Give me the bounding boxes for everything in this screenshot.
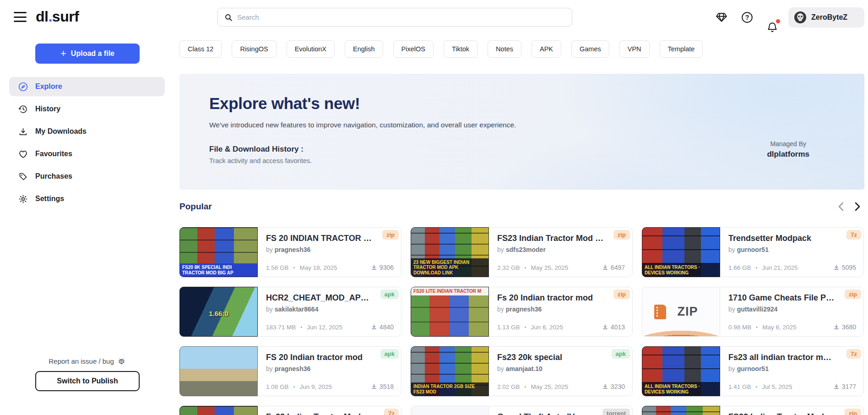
tag-chip-apk[interactable]: APK bbox=[532, 40, 561, 58]
tag-chip-tiktok[interactable]: Tiktok bbox=[444, 40, 477, 58]
popular-header: Popular bbox=[179, 202, 864, 212]
file-card[interactable]: 1.66:0 HCR2_CHEAT_MOD_APK_1.66.... by sa… bbox=[179, 287, 401, 337]
file-title: HCR2_CHEAT_MOD_APK_1.66.... bbox=[266, 293, 394, 303]
sidebar-item-explore[interactable]: Explore bbox=[9, 77, 165, 96]
file-card[interactable]: Indian Tractor 2GB Size FS23 MOD Fs23 20… bbox=[411, 346, 633, 396]
tag-chip-vpn[interactable]: VPN bbox=[619, 40, 650, 58]
file-card[interactable]: FS23 Indian Tractor Mod Downl... zip bbox=[642, 406, 864, 415]
search-input[interactable] bbox=[237, 13, 565, 21]
managed-by-name: dlplatforms bbox=[767, 150, 809, 159]
file-author: sakilaktar8664 bbox=[275, 306, 319, 313]
file-title: FS23 Indian Tractor Mod Downl... bbox=[497, 234, 625, 243]
hero-title: Explore what's new! bbox=[209, 94, 360, 113]
popular-title: Popular bbox=[179, 202, 212, 212]
file-title: FS 20 INDIAN TRACTOR MOD ... bbox=[266, 234, 394, 243]
file-card[interactable]: FS 20 Indian tractor mod by pragnesh36 1… bbox=[179, 346, 401, 396]
download-count-icon bbox=[833, 264, 840, 271]
notification-dot bbox=[776, 19, 780, 23]
hamburger-menu-icon[interactable] bbox=[14, 11, 27, 23]
switch-to-publish-button[interactable]: Switch to Publish bbox=[35, 371, 140, 391]
file-date: Jun 6, 2025 bbox=[531, 324, 563, 331]
thumbnail-caption: Fs20 8k Special Indi Tractor Mod Big Ap bbox=[180, 263, 257, 277]
download-count-icon bbox=[833, 383, 840, 390]
premium-diamond-icon[interactable] bbox=[714, 10, 729, 25]
bug-icon bbox=[118, 357, 125, 365]
file-type-badge: apk bbox=[612, 349, 630, 359]
file-thumbnail: All Indian Tractors · Devices Working bbox=[642, 227, 720, 277]
search-icon bbox=[224, 13, 233, 22]
file-type-badge: torrent bbox=[602, 409, 630, 415]
thumbnail-caption: All Indian Tractors · Devices Working bbox=[642, 382, 720, 396]
file-author: pragnesh36 bbox=[275, 246, 311, 253]
report-issue-link[interactable]: Report an issue / bug bbox=[0, 357, 174, 365]
file-thumbnail bbox=[411, 406, 489, 415]
tag-chip-notes[interactable]: Notes bbox=[488, 40, 521, 58]
file-size: 1.66 GB bbox=[728, 264, 751, 271]
sidebar-item-purchases[interactable]: Purchases bbox=[9, 167, 165, 186]
sidebar-item-history[interactable]: History bbox=[9, 99, 165, 119]
sidebar-item-my-downloads[interactable]: My Downloads bbox=[9, 122, 165, 141]
carousel-prev-icon[interactable] bbox=[836, 202, 846, 212]
tag-chip-games[interactable]: Games bbox=[571, 40, 609, 58]
file-title: Trendsetter Modpack bbox=[728, 234, 856, 243]
user-menu[interactable]: ZeroByteZ bbox=[788, 7, 864, 27]
logo-text-2: surf bbox=[52, 8, 79, 25]
sidebar-item-settings[interactable]: Settings bbox=[9, 189, 165, 208]
tag-chip-pixelos[interactable]: PixelOS bbox=[393, 40, 434, 58]
file-author: gurnoor51 bbox=[737, 365, 769, 372]
file-title: 1710 Game Cheats File PPSSPP ... bbox=[728, 293, 856, 303]
file-card[interactable]: All Indian Tractors · Devices Working Tr… bbox=[642, 227, 864, 277]
download-count-icon bbox=[371, 324, 377, 330]
download-count: 9306 bbox=[380, 264, 394, 271]
file-type-badge: 7z bbox=[846, 230, 861, 240]
file-thumbnail bbox=[642, 406, 720, 415]
hero-feature-desc: Track activity and access favorites. bbox=[209, 157, 312, 164]
thumbnail-caption: ZIP bbox=[642, 287, 720, 336]
sidebar-item-favourites[interactable]: Favourites bbox=[9, 144, 165, 164]
download-count-icon bbox=[602, 383, 608, 390]
heart-icon bbox=[18, 149, 28, 159]
file-type-badge: zip bbox=[845, 289, 861, 299]
tag-chip-evolutionx[interactable]: EvolutionX bbox=[287, 40, 335, 58]
tag-chip-class-12[interactable]: Class 12 bbox=[179, 40, 222, 58]
file-size: 2.02 GB bbox=[497, 383, 520, 390]
report-issue-label: Report an issue / bug bbox=[49, 357, 114, 365]
sidebar-item-label: Settings bbox=[35, 195, 64, 203]
file-card[interactable]: 23 All Indian Tractors Fs23 Indian Tract… bbox=[179, 406, 401, 415]
search-bar[interactable] bbox=[217, 8, 572, 27]
file-title: FS 20 Indian tractor mod bbox=[266, 353, 394, 362]
file-card[interactable]: Fs20 Lite Indian Tractor M Fs 20 Indian … bbox=[411, 287, 633, 337]
file-thumbnail bbox=[179, 346, 258, 396]
compass-icon bbox=[18, 82, 28, 92]
sidebar-nav: Explore History My Downloads Favourites bbox=[9, 77, 165, 208]
file-author: sdfs23moder bbox=[506, 246, 546, 253]
carousel-next-icon[interactable] bbox=[852, 202, 863, 212]
thumbnail-caption: 1.66:0 bbox=[180, 308, 257, 319]
tag-chip-english[interactable]: English bbox=[345, 40, 383, 58]
file-size: 1.41 GB bbox=[728, 383, 751, 390]
file-type-badge: zip bbox=[613, 230, 630, 240]
upload-file-button[interactable]: + Upload a file bbox=[35, 44, 140, 64]
file-card[interactable]: Grand Theft Auto IV torrent bbox=[411, 406, 633, 415]
file-size: 2.32 GB bbox=[497, 264, 520, 271]
avatar bbox=[794, 11, 807, 24]
file-card[interactable]: 23 NEW BIGGEST INDIAN TRACTOR MOD APK DO… bbox=[411, 227, 633, 277]
file-date: Jun 9, 2025 bbox=[299, 383, 332, 390]
file-card[interactable]: ZIP 1710 Game Cheats File PPSSPP ... by … bbox=[642, 287, 864, 337]
tag-chip-template[interactable]: Template bbox=[660, 40, 703, 58]
logo-dot: . bbox=[48, 8, 52, 25]
app-logo[interactable]: dl.surf bbox=[36, 8, 79, 25]
download-count: 4840 bbox=[380, 323, 394, 331]
header: dl.surf ? ZeroByteZ bbox=[0, 0, 868, 35]
sidebar-item-label: History bbox=[35, 105, 60, 113]
help-icon[interactable]: ? bbox=[740, 10, 754, 25]
price-tag-icon bbox=[18, 172, 28, 181]
notifications-bell-icon[interactable] bbox=[765, 20, 780, 35]
file-author: pragnesh36 bbox=[275, 365, 311, 372]
sidebar: + Upload a file Explore History My Do bbox=[0, 35, 174, 415]
tag-chip-risingos[interactable]: RisingOS bbox=[232, 40, 276, 58]
file-card[interactable]: All Indian Tractors · Devices Working Fs… bbox=[642, 346, 864, 396]
file-thumbnail: Indian Tractor 2GB Size FS23 MOD bbox=[411, 346, 489, 396]
file-card[interactable]: Fs20 8k Special Indi Tractor Mod Big Ap … bbox=[179, 227, 401, 277]
download-count: 3518 bbox=[380, 383, 394, 390]
